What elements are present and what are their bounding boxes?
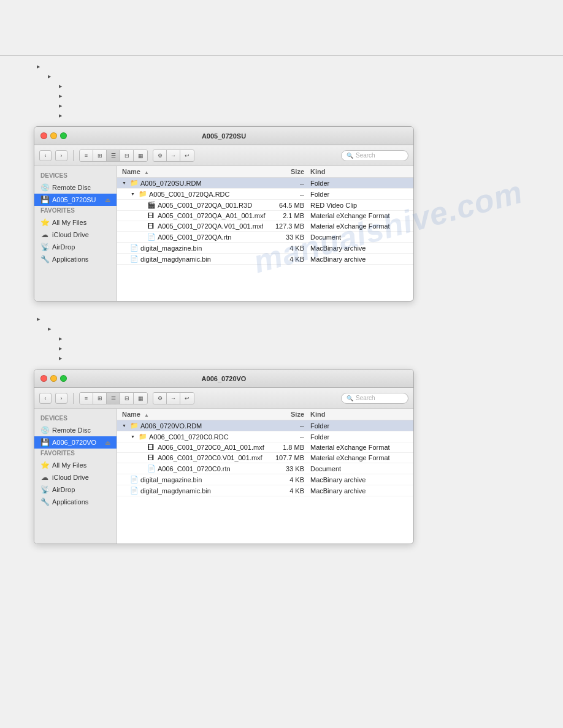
sidebar-item-a005-1[interactable]: 💾 A005_0720SU ⏏: [34, 194, 117, 206]
table-row[interactable]: 📄 digital_magdynamic.bin 4 KB MacBinary …: [117, 254, 413, 265]
file-list-1: Name ▲ Size Kind ▼ 📁 A005_0720SU.RDM -- …: [117, 166, 413, 301]
table-row[interactable]: 🎬 A005_C001_0720QA_001.R3D 64.5 MB RED V…: [117, 200, 413, 211]
icloud-icon-1: ☁: [40, 230, 49, 239]
col-size-header-2[interactable]: Size: [267, 411, 310, 418]
sidebar-item-icloud-1[interactable]: ☁ iCloud Drive: [34, 229, 117, 241]
devices-label-2: Devices: [34, 414, 117, 424]
eject-icon-2[interactable]: ⏏: [105, 439, 110, 446]
share-btn-1[interactable]: →: [167, 150, 180, 161]
file-size: 33 KB: [267, 465, 310, 472]
close-button-1[interactable]: [40, 132, 47, 139]
minimize-button-1[interactable]: [50, 132, 57, 139]
table-row[interactable]: ▼ 📁 A005_C001_0720QA.RDC -- Folder: [117, 189, 413, 200]
search-box-1[interactable]: 🔍 Search: [341, 150, 408, 161]
sidebar-item-icloud-2[interactable]: ☁ iCloud Drive: [34, 471, 117, 483]
finder-window-2: A006_0720VO ‹ › ≡ ⊞ ☰ ⊟ ▦ ⚙ → ↩ 🔍 Search…: [34, 369, 414, 544]
outline-item: [59, 353, 526, 359]
table-row[interactable]: 🎞 A005_C001_0720QA.V01_001.mxf 127.3 MB …: [117, 221, 413, 232]
remote-disc-icon-2: 💿: [40, 426, 49, 434]
table-row[interactable]: 📄 digital_magazine.bin 4 KB MacBinary ar…: [117, 474, 413, 485]
outline-item: [59, 81, 526, 87]
table-row[interactable]: 🎞 A006_C001_0720C0_A01_001.mxf 1.8 MB Ma…: [117, 442, 413, 453]
back2-btn-2[interactable]: ↩: [180, 393, 194, 404]
doc-icon: 📄: [147, 233, 156, 241]
file-kind: MacBinary archive: [310, 476, 408, 483]
view-list-btn-2[interactable]: ≡: [80, 393, 93, 404]
file-kind: Document: [310, 465, 408, 472]
table-row[interactable]: 📄 digital_magazine.bin 4 KB MacBinary ar…: [117, 243, 413, 254]
col-kind-header-2[interactable]: Kind: [310, 411, 408, 418]
gear-btn-1[interactable]: ⚙: [153, 150, 167, 161]
expand-arrow[interactable]: ▼: [131, 434, 137, 439]
arrow-icon: [59, 100, 65, 107]
sidebar-item-airdrop-1[interactable]: 📡 AirDrop: [34, 241, 117, 253]
eject-icon-1[interactable]: ⏏: [105, 197, 110, 203]
file-kind: Material eXchange Format: [310, 444, 408, 451]
sidebar-item-label: iCloud Drive: [52, 474, 89, 481]
table-row[interactable]: ▼ 📁 A006_0720VO.RDM -- Folder: [117, 420, 413, 431]
sidebar-item-all-files-1[interactable]: ⭐ All My Files: [34, 216, 117, 229]
view-gallery-btn-2[interactable]: ▦: [134, 393, 147, 404]
file-size: --: [267, 433, 310, 441]
expand-arrow[interactable]: ▼: [122, 181, 128, 185]
forward-button-1[interactable]: ›: [55, 150, 67, 161]
arrow-icon: [59, 110, 65, 116]
top-outline-section: [0, 0, 563, 126]
file-name: A005_C001_0720QA.V01_001.mxf: [158, 222, 263, 230]
file-size: 4 KB: [267, 245, 310, 252]
close-button-2[interactable]: [40, 375, 47, 382]
minimize-button-2[interactable]: [50, 375, 57, 382]
sidebar-item-applications-1[interactable]: 🔧 Applications: [34, 253, 117, 265]
outline-item: [37, 314, 526, 320]
file-name: A006_C001_0720C0.V01_001.mxf: [158, 454, 262, 461]
expand-arrow[interactable]: ▼: [131, 192, 137, 196]
col-size-header-1[interactable]: Size: [267, 168, 310, 175]
table-row[interactable]: 📄 digital_magdynamic.bin 4 KB MacBinary …: [117, 485, 413, 496]
maximize-button-2[interactable]: [60, 375, 67, 382]
view-list-btn-1[interactable]: ≡: [80, 150, 93, 161]
sidebar-item-all-files-2[interactable]: ⭐ All My Files: [34, 459, 117, 471]
sidebar-item-applications-2[interactable]: 🔧 Applications: [34, 496, 117, 508]
view-gallery-btn-1[interactable]: ▦: [134, 150, 147, 161]
col-name-header-2[interactable]: Name ▲: [122, 411, 267, 418]
separator: [73, 150, 74, 161]
sidebar-item-label: All My Files: [52, 219, 86, 226]
doc-icon: 📄: [147, 464, 156, 472]
sidebar-item-a006-2[interactable]: 💾 A006_0720VO ⏏: [34, 436, 117, 449]
back2-btn-1[interactable]: ↩: [180, 150, 194, 161]
view-detail-btn-2[interactable]: ☰: [107, 393, 120, 404]
maximize-button-1[interactable]: [60, 132, 67, 139]
file-list-2: Name ▲ Size Kind ▼ 📁 A006_0720VO.RDM -- …: [117, 409, 413, 544]
gear-btn-2[interactable]: ⚙: [153, 393, 167, 404]
table-row[interactable]: 🎞 A006_C001_0720C0.V01_001.mxf 107.7 MB …: [117, 453, 413, 463]
expand-arrow[interactable]: ▼: [122, 423, 128, 428]
table-row[interactable]: 📄 A006_C001_0720C0.rtn 33 KB Document: [117, 463, 413, 474]
forward-button-2[interactable]: ›: [55, 393, 67, 404]
applications-icon-2: 🔧: [40, 498, 49, 506]
sidebar-item-airdrop-2[interactable]: 📡 AirDrop: [34, 483, 117, 496]
search-box-2[interactable]: 🔍 Search: [341, 393, 408, 404]
view-detail-btn-1[interactable]: ☰: [107, 150, 120, 161]
view-cover-btn-2[interactable]: ⊟: [120, 393, 134, 404]
sidebar-item-remote-disc-2[interactable]: 💿 Remote Disc: [34, 424, 117, 436]
table-row[interactable]: ▼ 📁 A006_C001_0720C0.RDC -- Folder: [117, 431, 413, 442]
view-icon-btn-2[interactable]: ⊞: [93, 393, 107, 404]
table-row[interactable]: 📄 A005_C001_0720QA.rtn 33 KB Document: [117, 232, 413, 243]
table-row[interactable]: ▼ 📁 A005_0720SU.RDM -- Folder: [117, 178, 413, 189]
sidebar-item-remote-disc-1[interactable]: 💿 Remote Disc: [34, 181, 117, 194]
action-buttons-2: ⚙ → ↩: [153, 392, 194, 404]
back-button-1[interactable]: ‹: [39, 150, 52, 161]
favorites-label-2: Favorites: [34, 449, 117, 459]
view-icon-btn-1[interactable]: ⊞: [93, 150, 107, 161]
back-button-2[interactable]: ‹: [39, 393, 52, 404]
file-list-header-2: Name ▲ Size Kind: [117, 409, 413, 420]
col-name-header-1[interactable]: Name ▲: [122, 168, 267, 175]
col-kind-header-1[interactable]: Kind: [310, 168, 408, 175]
favorites-label-1: Favorites: [34, 206, 117, 216]
share-btn-2[interactable]: →: [167, 393, 180, 404]
window-title-2: A006_0720VO: [202, 375, 247, 382]
view-cover-btn-1[interactable]: ⊟: [120, 150, 134, 161]
table-row[interactable]: 🎞 A005_C001_0720QA_A01_001.mxf 2.1 MB Ma…: [117, 211, 413, 221]
file-name: A005_C001_0720QA.RDC: [149, 191, 229, 198]
sidebar-item-label: Applications: [52, 498, 88, 506]
